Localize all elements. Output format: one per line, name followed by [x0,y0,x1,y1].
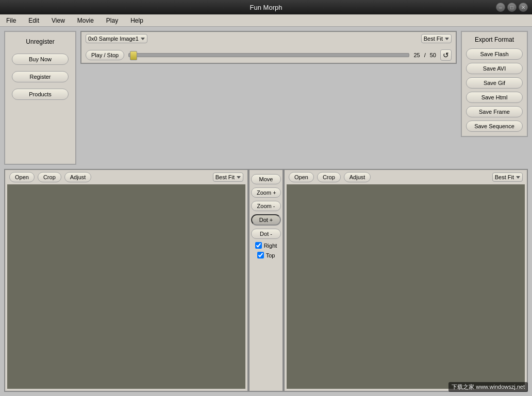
left-image-panel: Open Crop Adjust Best Fit [4,169,248,392]
right-adjust-button[interactable]: Adjust [344,172,371,182]
app-title: Fun Morph [250,4,282,11]
unregister-panel: Unregister Buy Now Register Products [4,31,76,165]
save-gif-button[interactable]: Save Gif [466,77,523,89]
right-crop-button[interactable]: Crop [317,172,341,182]
unregister-title: Unregister [26,38,54,45]
register-button[interactable]: Register [12,71,69,82]
tools-panel: Move Zoom + Zoom - Dot + Dot - Right Top [248,169,284,392]
save-sequence-button[interactable]: Save Sequence [466,120,523,132]
play-stop-button[interactable]: Play / Stop [86,50,124,60]
preview-header: 0x0 Sample Image1 Best Fit [81,32,456,45]
frame-current: 25 [413,52,420,58]
menu-play[interactable]: Play [104,16,120,25]
image-label: 0x0 Sample Image1 [88,36,139,42]
export-panel: Export Format Save Flash Save AVI Save G… [461,31,528,137]
fit-selector-arrow [445,38,449,40]
left-image-canvas [7,184,245,389]
top-section: Unregister Buy Now Register Products 0x0… [4,31,528,165]
preview-footer: Play / Stop 25 / 50 ↺ [81,47,456,63]
right-fit-arrow [516,176,520,179]
maximize-button[interactable]: □ [507,3,517,12]
window-controls: – □ ✕ [496,3,528,12]
dot-minus-button[interactable]: Dot - [251,229,281,239]
menu-file[interactable]: File [4,16,18,25]
playback-slider[interactable] [128,53,409,57]
export-title: Export Format [466,36,523,43]
right-fit-label: Best Fit [495,174,514,180]
image-selector-arrow [141,38,145,40]
fit-selector[interactable]: Best Fit [421,34,452,43]
save-flash-button[interactable]: Save Flash [466,48,523,60]
image-selector[interactable]: 0x0 Sample Image1 [86,34,147,43]
fit-label: Best Fit [424,36,443,42]
menu-movie[interactable]: Movie [75,16,96,25]
right-fit-selector[interactable]: Best Fit [492,173,523,182]
preview-panel: 0x0 Sample Image1 Best Fit Play / Stop 2… [80,31,457,64]
menu-bar: File Edit View Movie Play Help [0,14,532,27]
left-crop-button[interactable]: Crop [38,172,61,182]
menu-view[interactable]: View [49,16,67,25]
close-button[interactable]: ✕ [519,3,528,12]
products-button[interactable]: Products [12,89,69,100]
bottom-section: Open Crop Adjust Best Fit Move Zoom + Zo… [4,169,528,392]
zoom-in-button[interactable]: Zoom + [251,187,281,198]
slider-thumb [130,51,137,60]
right-label: Right [264,243,277,249]
dot-plus-button[interactable]: Dot + [251,214,281,226]
main-content: Unregister Buy Now Register Products 0x0… [0,27,532,396]
frame-total: 50 [430,52,436,58]
left-fit-selector[interactable]: Best Fit [213,173,243,182]
left-adjust-button[interactable]: Adjust [64,172,92,182]
left-image-header: Open Crop Adjust Best Fit [5,170,247,184]
save-avi-button[interactable]: Save AVI [466,63,523,74]
menu-help[interactable]: Help [128,16,145,25]
right-image-panel: Open Crop Adjust Best Fit [284,169,528,392]
menu-edit[interactable]: Edit [26,16,41,25]
left-fit-arrow [237,176,241,179]
title-bar: Fun Morph – □ ✕ [0,0,532,14]
right-checkbox[interactable] [255,242,262,249]
right-image-canvas [287,184,525,389]
buy-now-button[interactable]: Buy Now [12,54,69,65]
top-checkbox[interactable] [257,252,264,259]
move-button[interactable]: Move [251,174,281,184]
right-image-header: Open Crop Adjust Best Fit [285,170,527,184]
watermark: 下载之家 www.windowszj.net [448,382,528,392]
top-label: Top [266,252,275,259]
frame-separator: / [424,52,426,58]
save-frame-button[interactable]: Save Frame [466,106,523,117]
refresh-button[interactable]: ↺ [440,49,452,61]
zoom-out-button[interactable]: Zoom - [251,201,281,211]
save-html-button[interactable]: Save Html [466,92,523,103]
left-open-button[interactable]: Open [9,172,35,182]
left-fit-label: Best Fit [215,174,235,180]
top-checkbox-row: Top [257,252,275,259]
right-open-button[interactable]: Open [289,172,314,182]
right-checkbox-row: Right [255,242,277,249]
minimize-button[interactable]: – [496,3,505,12]
